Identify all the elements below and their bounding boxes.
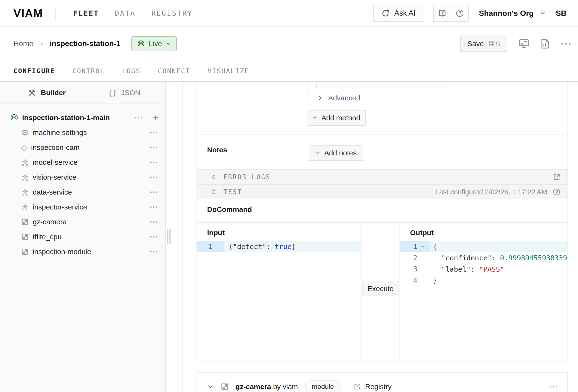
code-text: {	[430, 243, 437, 251]
monitor-icon	[518, 39, 530, 49]
ellipsis-icon[interactable]	[149, 146, 158, 149]
sidebar-item-inspection-cam[interactable]: ◇inspection-cam	[0, 140, 165, 155]
unfold-icon	[210, 173, 217, 181]
sidebar-item-tflite-cpu[interactable]: tflite_cpu	[0, 229, 165, 244]
docommand-execute-column: Execute	[362, 223, 400, 361]
viam-logo[interactable]: VIAM	[13, 7, 43, 20]
code-line[interactable]: 2 "confidence": 0.9998945593833923,	[400, 252, 567, 263]
input-editor[interactable]: 1{"detect": true}	[197, 241, 361, 252]
ellipsis-icon[interactable]	[149, 176, 158, 179]
status-label: Live	[149, 40, 162, 48]
code-line[interactable]: 4}	[400, 275, 567, 286]
breadcrumb-home[interactable]: Home	[13, 39, 33, 48]
ellipsis-icon[interactable]	[149, 250, 158, 253]
ask-ai-button[interactable]: Ask AI	[373, 4, 423, 22]
drag-bar	[167, 229, 168, 245]
ellipsis-icon[interactable]	[149, 235, 158, 238]
docommand-input-panel: Input 1{"detect": true}	[197, 223, 362, 361]
machine-monitor-button[interactable]	[518, 39, 530, 49]
primary-nav: FLEETDATAREGISTRY	[73, 9, 193, 17]
sidebar-item-model-service[interactable]: model-service	[0, 155, 165, 170]
ellipsis-icon[interactable]	[149, 131, 158, 134]
sidebar-mode-switch: Builder {} JSON	[0, 82, 165, 104]
code-line[interactable]: 1{"detect": true}	[197, 241, 361, 252]
chevron-down-icon[interactable]	[207, 383, 214, 390]
org-switcher[interactable]: Shannon's Org	[479, 9, 546, 18]
test-title: TEST	[223, 188, 242, 196]
tab-control[interactable]: CONTROL	[72, 67, 105, 75]
code-text: "label": "PASS"	[430, 265, 504, 273]
registry-link[interactable]: Registry	[365, 383, 391, 391]
add-notes-button[interactable]: + Add notes	[309, 145, 363, 161]
error-logs-section[interactable]: ERROR LOGS	[197, 169, 567, 184]
avatar[interactable]: SB	[556, 9, 567, 18]
ask-ai-icon	[381, 9, 390, 18]
help-button[interactable]	[451, 5, 468, 21]
add-method-button[interactable]: + Add method	[307, 110, 366, 126]
sidebar-item-inspection-module[interactable]: inspection-module	[0, 244, 165, 259]
module-icon	[21, 248, 29, 255]
ask-ai-label: Ask AI	[394, 9, 416, 17]
sidebar-item-gz-camera[interactable]: gz-camera	[0, 214, 165, 229]
ellipsis-icon[interactable]	[149, 206, 158, 208]
live-status-badge[interactable]: Live	[131, 36, 177, 51]
sidebar-item-machine-settings[interactable]: ⚙machine settings	[0, 125, 165, 140]
plus-icon: +	[313, 114, 318, 122]
chevron-right-icon	[39, 41, 45, 47]
output-editor[interactable]: 1 {2 "confidence": 0.9998945593833923,3 …	[400, 241, 567, 286]
code-text: }	[430, 277, 437, 285]
sidebar-item-inspector-service[interactable]: inspector-service	[0, 199, 165, 214]
json-mode-button[interactable]: {} JSON	[108, 89, 140, 97]
output-title: Output	[410, 228, 567, 238]
ellipsis-icon[interactable]	[149, 191, 158, 194]
module-more-button[interactable]	[549, 385, 558, 388]
nav-item-registry[interactable]: REGISTRY	[151, 9, 193, 17]
builder-mode-button[interactable]: Builder	[28, 89, 66, 97]
notes-title: Notes	[207, 146, 227, 154]
sidebar-item-label: gz-camera	[33, 218, 67, 226]
nav-item-data[interactable]: DATA	[115, 9, 136, 17]
code-line[interactable]: 3 "label": "PASS"	[400, 263, 567, 275]
fold-chevron-icon[interactable]	[417, 244, 428, 249]
module-icon	[21, 233, 29, 241]
sidebar-resize-handle[interactable]	[166, 82, 183, 392]
tab-visualize[interactable]: VISUALIZE	[208, 67, 249, 75]
last-configured-text: Last configured 2/02/26, 1:17:22 AM	[435, 188, 547, 196]
help-circle-icon[interactable]	[553, 188, 561, 196]
code-text: "confidence": 0.9998945593833923,	[430, 254, 567, 262]
add-component-button[interactable]: +	[153, 113, 158, 122]
report-button[interactable]	[540, 38, 550, 49]
code-line[interactable]: 1 {	[400, 241, 567, 252]
more-menu-button[interactable]	[561, 42, 571, 46]
ellipsis-icon[interactable]	[134, 116, 143, 119]
ellipsis-icon[interactable]	[149, 161, 158, 164]
config-main-pane: Advanced + Add method Notes + Add notes	[183, 82, 578, 392]
book-icon	[438, 9, 447, 17]
execute-button[interactable]: Execute	[362, 281, 399, 296]
method-field-partial[interactable]	[316, 82, 448, 89]
component-tree: inspection-station-1-main + ⚙machine set…	[0, 104, 165, 259]
external-link-icon[interactable]	[553, 173, 561, 181]
tab-logs[interactable]: LOGS	[122, 67, 141, 75]
ellipsis-icon[interactable]	[149, 220, 158, 223]
sidebar-item-vision-service[interactable]: vision-service	[0, 170, 165, 185]
line-number: 4	[400, 275, 430, 286]
docs-button[interactable]	[434, 5, 451, 21]
advanced-toggle[interactable]: Advanced	[317, 94, 360, 102]
module-icon	[21, 218, 29, 226]
external-link-icon[interactable]	[353, 383, 361, 391]
config-sidebar: Builder {} JSON inspection-station-1-mai…	[0, 82, 166, 392]
test-section-header[interactable]: TEST Last configured 2/02/26, 1:17:22 AM	[197, 184, 567, 199]
header-right: Ask AI	[373, 4, 578, 22]
plus-icon: +	[315, 149, 320, 157]
save-button[interactable]: Save ⌘S	[460, 36, 507, 52]
machine-actions: Save ⌘S	[460, 36, 571, 52]
error-logs-title: ERROR LOGS	[223, 173, 271, 181]
nav-item-fleet[interactable]: FLEET	[73, 9, 99, 17]
module-badge: module	[305, 381, 341, 392]
tab-configure[interactable]: CONFIGURE	[13, 67, 55, 75]
sidebar-item-data-service[interactable]: data-service	[0, 185, 165, 199]
fold-icon	[210, 188, 217, 196]
tab-connect[interactable]: CONNECT	[158, 67, 190, 75]
tree-root-machine[interactable]: inspection-station-1-main +	[0, 110, 165, 125]
